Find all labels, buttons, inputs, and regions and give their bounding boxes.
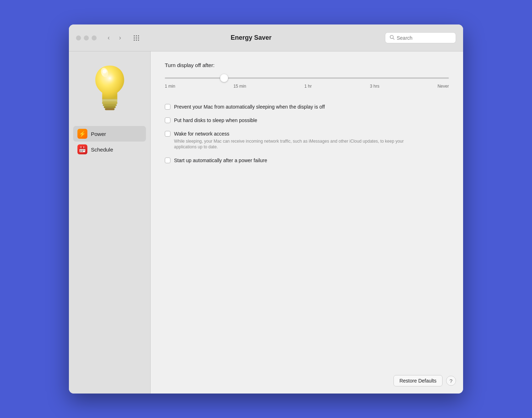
- sidebar-item-schedule[interactable]: Schedule: [73, 142, 146, 157]
- svg-rect-19: [103, 104, 116, 106]
- minimize-button[interactable]: [84, 35, 89, 40]
- svg-rect-34: [82, 151, 83, 152]
- svg-rect-17: [102, 99, 117, 101]
- svg-line-10: [393, 38, 395, 40]
- checkbox-row-startup: Start up automatically after a power fai…: [165, 154, 449, 167]
- window-title: Energy Saver: [117, 34, 385, 42]
- main-content: Turn display off after: 1 min 15 min 1 h…: [151, 51, 463, 394]
- sidebar-item-power-label: Power: [91, 131, 106, 137]
- startup-power-checkbox[interactable]: [165, 158, 170, 163]
- svg-rect-32: [83, 150, 85, 150]
- titlebar: ‹ › Energy Saver: [69, 24, 463, 51]
- maximize-button[interactable]: [92, 35, 97, 40]
- traffic-lights: [76, 35, 97, 40]
- checkbox-row-wake-network: Wake for network access While sleeping, …: [165, 127, 449, 154]
- slider-label-15min: 15 min: [233, 84, 246, 89]
- sidebar-item-schedule-label: Schedule: [91, 147, 113, 153]
- prevent-sleep-content: Prevent your Mac from automatically slee…: [174, 104, 325, 110]
- slider-container: 1 min 15 min 1 hr 3 hrs Never: [165, 74, 449, 97]
- back-button[interactable]: ‹: [104, 33, 114, 43]
- wake-network-content: Wake for network access While sleeping, …: [174, 131, 405, 150]
- hard-disk-sleep-checkbox[interactable]: [165, 117, 170, 123]
- search-input[interactable]: [397, 35, 451, 41]
- search-icon: [390, 35, 395, 41]
- svg-rect-20: [104, 106, 115, 108]
- svg-rect-21: [105, 108, 114, 110]
- svg-rect-18: [102, 101, 117, 104]
- wake-network-checkbox[interactable]: [165, 131, 170, 137]
- slider-labels: 1 min 15 min 1 hr 3 hrs Never: [165, 84, 449, 89]
- bottom-bar: Restore Defaults ?: [393, 375, 456, 386]
- checkbox-section: Prevent your Mac from automatically slee…: [165, 100, 449, 167]
- hard-disk-content: Put hard disks to sleep when possible: [174, 117, 257, 123]
- help-button[interactable]: ?: [446, 376, 456, 386]
- close-button[interactable]: [76, 35, 81, 40]
- prevent-sleep-checkbox[interactable]: [165, 104, 170, 110]
- sidebar-item-power[interactable]: ⚡ Power: [73, 126, 146, 142]
- window-body: ⚡ Power: [69, 51, 463, 394]
- hard-disk-label: Put hard disks to sleep when possible: [174, 117, 257, 123]
- slider-label-never: Never: [438, 84, 449, 89]
- svg-rect-30: [80, 150, 81, 150]
- slider-label-1hr: 1 hr: [304, 84, 312, 89]
- power-icon: ⚡: [77, 129, 87, 139]
- svg-point-14: [100, 70, 119, 89]
- startup-label: Start up automatically after a power fai…: [174, 157, 267, 164]
- search-box[interactable]: [385, 32, 456, 43]
- display-sleep-slider[interactable]: [165, 77, 449, 79]
- wake-network-desc: While sleeping, your Mac can receive inc…: [174, 138, 405, 150]
- wake-network-label: Wake for network access: [174, 131, 405, 137]
- slider-label-1min: 1 min: [165, 84, 175, 89]
- slider-section-title: Turn display off after:: [165, 62, 449, 68]
- prevent-sleep-label: Prevent your Mac from automatically slee…: [174, 104, 325, 110]
- energy-saver-icon: [88, 62, 131, 115]
- svg-rect-31: [82, 150, 83, 150]
- checkbox-row-hard-disk: Put hard disks to sleep when possible: [165, 114, 449, 127]
- schedule-icon: [77, 144, 87, 154]
- svg-rect-33: [80, 151, 81, 152]
- sidebar-icon-area: [73, 62, 146, 115]
- svg-rect-27: [80, 148, 85, 149]
- restore-defaults-button[interactable]: Restore Defaults: [393, 375, 443, 386]
- checkbox-row-prevent-sleep: Prevent your Mac from automatically slee…: [165, 100, 449, 114]
- window: ‹ › Energy Saver: [69, 24, 463, 394]
- startup-content: Start up automatically after a power fai…: [174, 157, 267, 164]
- slider-label-3hrs: 3 hrs: [370, 84, 379, 89]
- sidebar: ⚡ Power: [69, 51, 151, 394]
